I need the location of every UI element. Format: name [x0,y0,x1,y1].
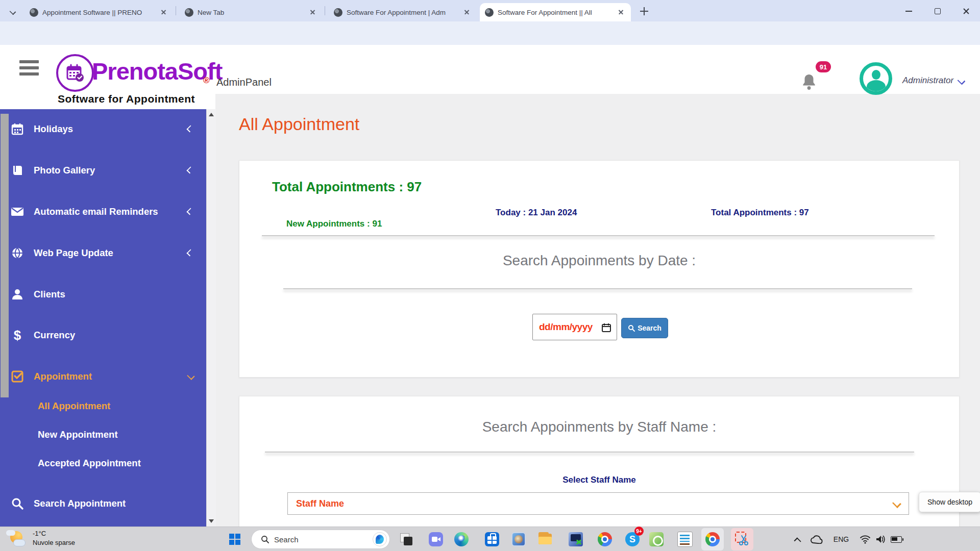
select-staff-label: Select Staff Name [239,475,959,485]
window-close-button[interactable] [957,6,975,16]
sidebar-scrollbar[interactable] [206,109,216,527]
show-desktop-tooltip: Show desktop [919,492,980,512]
bell-icon [801,73,817,91]
snipping-tool-icon[interactable] [731,528,753,550]
teams-chat-icon[interactable] [426,529,446,549]
chevron-left-icon [186,125,193,132]
chrome-icon[interactable] [595,529,615,549]
notifications-button[interactable]: 91 [801,61,837,92]
volume-icon[interactable] [874,532,887,546]
edge-icon[interactable] [451,529,472,549]
sidebar-item-clients[interactable]: Clients [0,284,206,305]
date-input[interactable]: dd/mm/yyyy [532,314,617,340]
book-icon [10,163,24,178]
date-placeholder: dd/mm/yyyy [539,321,593,333]
sidebar-item-appointment[interactable]: Appointment [0,366,206,387]
browser-tab-strip: Appointment Software || PRENO New Tab So… [0,0,980,21]
photos-app-icon[interactable] [508,529,529,549]
snip-overlay-app-icon[interactable] [396,529,416,549]
file-explorer-icon[interactable] [535,529,555,549]
chevron-down-icon [187,372,194,380]
envelope-icon [10,205,24,219]
staff-name-select[interactable]: Staff Name [287,492,909,515]
start-button[interactable] [226,530,244,548]
sidebar-item-accepted-appointment[interactable]: Accepted Appointment [0,453,206,473]
sidebar-item-web-page-update[interactable]: Web Page Update [0,243,206,263]
divider [283,288,912,289]
total-appointments-count: Total Appointments : 97 [711,208,809,218]
tab-appointment-software[interactable]: Appointment Software || PRENO [24,3,174,21]
notepad-plus-icon[interactable] [646,529,667,549]
dollar-icon: $ [10,328,24,342]
scrollbar-thumb[interactable] [1,114,9,397]
tab-new-tab[interactable]: New Tab [180,3,323,21]
remote-desktop-icon[interactable] [566,529,586,549]
staff-search-heading: Search Appoinments by Staff Name : [239,419,959,435]
calendar-picker-icon[interactable] [601,322,611,333]
tab-software-admin[interactable]: Software For Appointment | Adm [329,3,477,21]
chrome-active-icon[interactable] [701,528,724,550]
chevron-down-icon [892,499,901,508]
search-button[interactable]: Search [621,318,668,338]
tray-chevron-icon[interactable] [791,532,803,546]
search-icon [10,496,24,511]
search-placeholder: Search [274,535,299,544]
weather-condition[interactable]: Nuvole sparse [33,539,75,546]
close-icon[interactable] [159,8,168,17]
close-icon[interactable] [462,8,472,17]
chevron-left-icon [186,208,193,215]
checkbox-icon [10,369,24,384]
tab-all-appointment-active[interactable]: Software For Appointment || All [480,3,631,21]
sidebar-item-currency[interactable]: $ Currency [0,325,206,345]
new-appointments-count: New Appointments : 91 [286,219,382,229]
sidebar-item-email-reminders[interactable]: Automatic email Reminders [0,202,206,222]
language-indicator[interactable]: ENG [831,532,851,546]
window-minimize-button[interactable] [899,6,918,16]
taskbar-search[interactable]: Search [251,530,390,549]
panel-label: AdminPanel [216,77,272,88]
brand-logo-icon [56,54,94,92]
avatar-person-icon [872,70,880,80]
search-icon [628,324,635,332]
taskbar: -1°C Nuvole sparse Search S ENG [0,527,980,551]
weather-temperature[interactable]: -1°C [33,530,46,537]
tab-search-icon[interactable] [6,5,19,18]
scroll-down-icon[interactable] [209,519,214,523]
date-search-heading: Search Appoinments by Date : [239,253,959,269]
screen: Appointment Software || PRENO New Tab So… [0,0,980,551]
sidebar-item-holidays[interactable]: Holidays [0,119,206,139]
chevron-left-icon [186,166,193,173]
globe-favicon-icon [30,8,38,17]
select-value: Staff Name [296,498,344,509]
notification-badge: 91 [816,61,831,72]
new-tab-button[interactable] [638,5,650,17]
divider [262,235,935,236]
weather-icon[interactable] [6,529,27,548]
close-icon[interactable] [308,8,317,17]
window-maximize-button[interactable] [928,6,946,16]
sidebar-item-search-appointment[interactable]: Search Appointment [0,493,206,514]
chevron-down-icon[interactable] [957,77,967,85]
calendar-icon [10,122,24,136]
brand-tagline: Software for Appointment [58,93,195,105]
battery-icon[interactable] [889,532,904,546]
tab-separator [325,6,325,15]
microsoft-store-icon[interactable] [482,529,502,549]
divider [265,452,914,453]
sidebar-item-new-appointment[interactable]: New Appointment [0,424,206,445]
windows-logo-icon [229,534,240,545]
hamburger-menu-icon[interactable] [19,60,39,77]
close-icon[interactable] [617,8,626,17]
sidebar-item-all-appointment[interactable]: All Appointment [0,396,206,416]
tab-separator [176,6,176,15]
sidebar-item-photo-gallery[interactable]: Photo Gallery [0,160,206,181]
globe-favicon-icon [185,8,193,17]
wifi-icon[interactable] [859,532,872,546]
avatar[interactable] [860,62,892,95]
onedrive-cloud-icon[interactable] [808,532,824,546]
notes-app-icon[interactable] [675,529,695,549]
bing-icon[interactable] [373,532,387,546]
globe-favicon-icon [334,8,342,17]
person-icon [10,287,24,302]
scroll-up-icon[interactable] [209,113,214,116]
